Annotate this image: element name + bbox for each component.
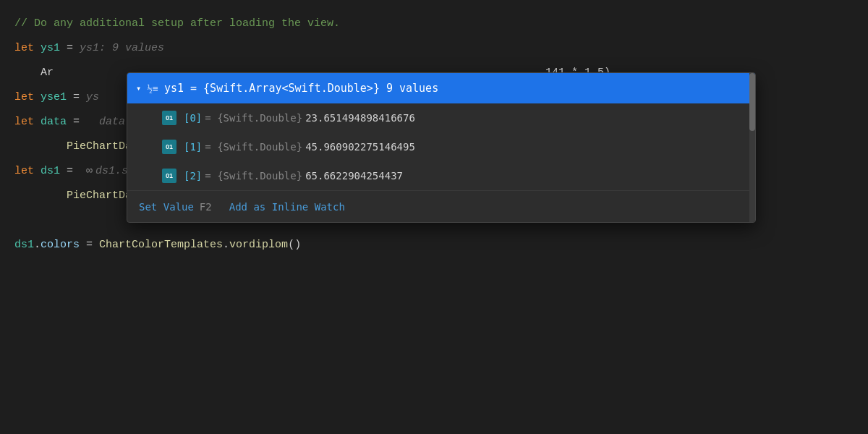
keyword-let: let bbox=[14, 36, 34, 61]
item-index-0: [0] bbox=[184, 112, 202, 124]
comment-text: // Do any additional setup after loading… bbox=[14, 12, 340, 36]
type-icon: ½≡ bbox=[147, 83, 158, 94]
variable-inspector-dropdown[interactable]: ▾ ½≡ ys1 = {Swift.Array<Swift.Double>} 9… bbox=[127, 72, 756, 223]
item-value-0: 23.651494898416676 bbox=[305, 112, 415, 124]
dropdown-footer: Set Value F2 Add as Inline Watch bbox=[127, 190, 755, 222]
var-data: data bbox=[41, 110, 67, 135]
set-value-key: F2 bbox=[200, 201, 212, 213]
infinity-icon: ∞ bbox=[86, 159, 93, 184]
var-ds1: ds1 bbox=[41, 159, 60, 184]
func-vordiplom: vordiplom bbox=[229, 233, 288, 258]
var-ys1: ys1 bbox=[41, 36, 60, 61]
keyword-let2: let bbox=[14, 85, 34, 110]
var-ds1-colors: ds1 bbox=[14, 233, 34, 258]
item-index-1: [1] bbox=[184, 141, 202, 153]
keyword-let4: let bbox=[14, 159, 34, 184]
code-line-10: ds1 . colors = ChartColorTemplates . vor… bbox=[0, 233, 868, 258]
array-item-2[interactable]: 01 [2] = {Swift.Double} 65.6622904254437 bbox=[127, 161, 755, 190]
scrollbar[interactable] bbox=[749, 73, 755, 222]
item-type-1: = {Swift.Double} bbox=[205, 141, 302, 153]
item-type-icon-2: 01 bbox=[162, 169, 176, 183]
add-inline-watch-button[interactable]: Add as Inline Watch bbox=[229, 198, 345, 216]
keyword-let3: let bbox=[14, 110, 34, 135]
prop-colors: colors bbox=[41, 233, 80, 258]
array-item-1[interactable]: 01 [1] = {Swift.Double} 45.9609022751464… bbox=[127, 132, 755, 161]
item-type-2: = {Swift.Double} bbox=[205, 170, 302, 182]
header-text: ys1 = {Swift.Array<Swift.Double>} 9 valu… bbox=[164, 82, 438, 95]
var-yse1: yse1 bbox=[41, 85, 67, 110]
inline-ys1: ys1: 9 values bbox=[80, 36, 164, 61]
dropdown-header: ▾ ½≡ ys1 = {Swift.Array<Swift.Double>} 9… bbox=[127, 73, 755, 103]
item-type-icon-1: 01 bbox=[162, 140, 176, 154]
code-line-1: // Do any additional setup after loading… bbox=[0, 12, 868, 36]
item-type-0: = {Swift.Double} bbox=[205, 112, 302, 124]
item-type-icon-0: 01 bbox=[162, 111, 176, 125]
item-value-1: 45.960902275146495 bbox=[305, 141, 415, 153]
scrollbar-thumb[interactable] bbox=[749, 73, 755, 131]
func-chart-color: ChartColorTemplates bbox=[99, 233, 223, 258]
code-line-2: let ys1 = ys1: 9 values bbox=[0, 36, 868, 61]
item-index-2: [2] bbox=[184, 170, 202, 182]
collapse-chevron[interactable]: ▾ bbox=[136, 83, 141, 93]
array-item-0[interactable]: 01 [0] = {Swift.Double} 23.6514948984166… bbox=[127, 103, 755, 132]
code-editor: // Do any additional setup after loading… bbox=[0, 0, 868, 434]
item-value-2: 65.6622904254437 bbox=[305, 170, 403, 182]
inline-yse1: ys bbox=[86, 85, 99, 110]
set-value-button[interactable]: Set Value bbox=[139, 198, 194, 216]
